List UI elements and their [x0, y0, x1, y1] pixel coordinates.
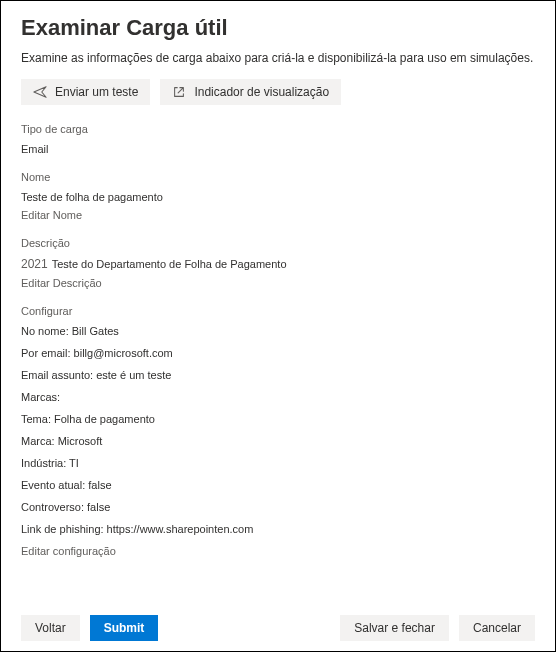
- config-theme: Tema: Folha de pagamento: [21, 413, 535, 425]
- section-description: Descrição 2021 Teste do Departamento de …: [21, 237, 535, 289]
- external-link-icon: [172, 85, 186, 99]
- config-industry: Indústria: TI: [21, 457, 535, 469]
- section-config: Configurar No nome: Bill Gates Por email…: [21, 305, 535, 557]
- type-value: Email: [21, 143, 535, 155]
- send-test-label: Enviar um teste: [55, 85, 138, 99]
- name-value: Teste de folha de pagamento: [21, 191, 535, 203]
- footer: Voltar Submit Salvar e fechar Cancelar: [1, 605, 555, 651]
- name-label: Nome: [21, 171, 535, 183]
- edit-description-link[interactable]: Editar Descrição: [21, 277, 535, 289]
- description-label: Descrição: [21, 237, 535, 249]
- section-name: Nome Teste de folha de pagamento Editar …: [21, 171, 535, 221]
- page-subtitle: Examine as informações de carga abaixo p…: [21, 51, 535, 65]
- config-from-name: No nome: Bill Gates: [21, 325, 535, 337]
- submit-button[interactable]: Submit: [90, 615, 159, 641]
- section-type: Tipo de carga Email: [21, 123, 535, 155]
- back-button[interactable]: Voltar: [21, 615, 80, 641]
- cancel-button[interactable]: Cancelar: [459, 615, 535, 641]
- save-close-button[interactable]: Salvar e fechar: [340, 615, 449, 641]
- preview-button[interactable]: Indicador de visualização: [160, 79, 341, 105]
- preview-label: Indicador de visualização: [194, 85, 329, 99]
- config-email-subject: Email assunto: este é um teste: [21, 369, 535, 381]
- config-phishing-link: Link de phishing: https://www.sharepoint…: [21, 523, 535, 535]
- config-tags: Marcas:: [21, 391, 535, 403]
- config-from-email: Por email: billg@microsoft.com: [21, 347, 535, 359]
- page-title: Examinar Carga útil: [21, 15, 535, 41]
- config-controversial: Controverso: false: [21, 501, 535, 513]
- description-value: Teste do Departamento de Folha de Pagame…: [52, 258, 287, 270]
- toolbar: Enviar um teste Indicador de visualizaçã…: [21, 79, 535, 105]
- config-label: Configurar: [21, 305, 535, 317]
- config-current-event: Evento atual: false: [21, 479, 535, 491]
- type-label: Tipo de carga: [21, 123, 535, 135]
- edit-config-link[interactable]: Editar configuração: [21, 545, 535, 557]
- send-icon: [33, 85, 47, 99]
- description-year: 2021: [21, 257, 48, 271]
- edit-name-link[interactable]: Editar Nome: [21, 209, 535, 221]
- config-brand: Marca: Microsoft: [21, 435, 535, 447]
- send-test-button[interactable]: Enviar um teste: [21, 79, 150, 105]
